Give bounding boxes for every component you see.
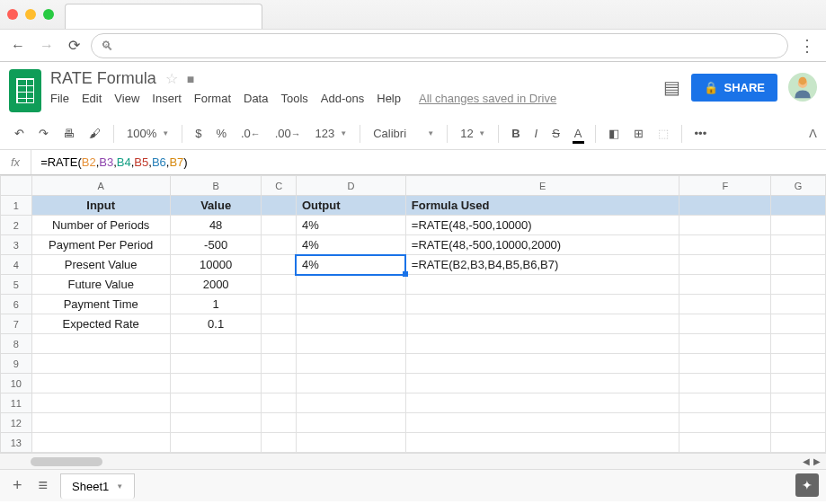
row-header-6[interactable]: 6 bbox=[1, 295, 32, 314]
scroll-right-icon[interactable]: ▶ bbox=[813, 456, 821, 466]
cell-B13[interactable] bbox=[170, 433, 262, 453]
cell-A5[interactable]: Future Value bbox=[31, 275, 170, 295]
merge-cells-button[interactable]: ⬚ bbox=[653, 123, 674, 144]
increase-decimal-button[interactable]: .00→ bbox=[270, 123, 306, 144]
cell-G5[interactable] bbox=[771, 275, 826, 295]
cell-C12[interactable] bbox=[262, 413, 297, 433]
cell-E11[interactable] bbox=[405, 393, 679, 413]
percent-button[interactable]: % bbox=[210, 123, 232, 144]
cell-B3[interactable]: -500 bbox=[170, 235, 262, 255]
row-header-1[interactable]: 1 bbox=[1, 196, 32, 216]
row-header-3[interactable]: 3 bbox=[1, 235, 32, 255]
cell-E1[interactable]: Formula Used bbox=[405, 196, 679, 216]
zoom-select[interactable]: 100%▼ bbox=[121, 123, 174, 144]
borders-button[interactable]: ⊞ bbox=[628, 123, 649, 144]
col-header-D[interactable]: D bbox=[296, 176, 405, 196]
spreadsheet-grid[interactable]: A B C D E F G 1 Input Value Output Formu… bbox=[0, 175, 826, 453]
cell-E3[interactable]: =RATE(48,-500,10000,2000) bbox=[405, 235, 679, 255]
cell-C3[interactable] bbox=[262, 235, 297, 255]
reload-button[interactable]: ⟳ bbox=[65, 33, 84, 57]
cell-A12[interactable] bbox=[31, 413, 170, 433]
cell-D8[interactable] bbox=[296, 334, 405, 354]
cell-F7[interactable] bbox=[679, 314, 771, 334]
cell-E2[interactable]: =RATE(48,-500,10000) bbox=[405, 216, 679, 235]
font-family-select[interactable]: Calibri▼ bbox=[368, 123, 440, 144]
menu-file[interactable]: File bbox=[50, 92, 69, 105]
browser-tab[interactable] bbox=[65, 4, 262, 29]
italic-button[interactable]: I bbox=[529, 123, 544, 144]
paint-format-button[interactable]: 🖌 bbox=[84, 123, 106, 144]
save-status[interactable]: All changes saved in Drive bbox=[419, 92, 556, 105]
cell-G7[interactable] bbox=[771, 314, 826, 334]
sheets-logo-icon[interactable] bbox=[9, 69, 41, 112]
bold-button[interactable]: B bbox=[506, 123, 525, 144]
cell-B11[interactable] bbox=[170, 393, 262, 413]
menu-tools[interactable]: Tools bbox=[280, 92, 307, 105]
cell-C10[interactable] bbox=[262, 374, 297, 393]
cell-C7[interactable] bbox=[262, 314, 297, 334]
cell-B12[interactable] bbox=[170, 413, 262, 433]
cell-C1[interactable] bbox=[262, 196, 297, 216]
share-button[interactable]: 🔒 SHARE bbox=[691, 74, 777, 102]
more-toolbar-button[interactable]: ••• bbox=[689, 123, 713, 144]
cell-G13[interactable] bbox=[771, 433, 826, 453]
cell-A11[interactable] bbox=[31, 393, 170, 413]
cell-F12[interactable] bbox=[679, 413, 771, 433]
cell-A13[interactable] bbox=[31, 433, 170, 453]
number-format-select[interactable]: 123▼ bbox=[310, 123, 353, 144]
cell-D10[interactable] bbox=[296, 374, 405, 393]
row-header-2[interactable]: 2 bbox=[1, 216, 32, 235]
col-header-G[interactable]: G bbox=[771, 176, 826, 196]
menu-edit[interactable]: Edit bbox=[82, 92, 102, 105]
cell-B9[interactable] bbox=[170, 354, 262, 374]
forward-button[interactable]: → bbox=[36, 34, 58, 57]
cell-D11[interactable] bbox=[296, 393, 405, 413]
cell-A2[interactable]: Number of Periods bbox=[31, 216, 170, 235]
cell-G1[interactable] bbox=[771, 196, 826, 216]
redo-button[interactable]: ↷ bbox=[33, 123, 54, 144]
cell-E10[interactable] bbox=[405, 374, 679, 393]
cell-G8[interactable] bbox=[771, 334, 826, 354]
cell-B1[interactable]: Value bbox=[170, 196, 262, 216]
cell-D5[interactable] bbox=[296, 275, 405, 295]
window-close-button[interactable] bbox=[7, 9, 18, 20]
cell-A7[interactable]: Expected Rate bbox=[31, 314, 170, 334]
cell-D4[interactable]: 4% bbox=[296, 255, 405, 275]
cell-D1[interactable]: Output bbox=[296, 196, 405, 216]
cell-G12[interactable] bbox=[771, 413, 826, 433]
cell-B5[interactable]: 2000 bbox=[170, 275, 262, 295]
cell-D13[interactable] bbox=[296, 433, 405, 453]
row-header-12[interactable]: 12 bbox=[1, 413, 32, 433]
row-header-4[interactable]: 4 bbox=[1, 255, 32, 275]
window-maximize-button[interactable] bbox=[43, 9, 54, 20]
star-icon[interactable]: ☆ bbox=[165, 70, 178, 87]
cell-E4[interactable]: =RATE(B2,B3,B4,B5,B6,B7) bbox=[405, 255, 679, 275]
window-minimize-button[interactable] bbox=[25, 9, 36, 20]
cell-A4[interactable]: Present Value bbox=[31, 255, 170, 275]
menu-help[interactable]: Help bbox=[377, 92, 401, 105]
cell-B6[interactable]: 1 bbox=[170, 295, 262, 314]
cell-A8[interactable] bbox=[31, 334, 170, 354]
move-folder-icon[interactable]: ■ bbox=[187, 72, 194, 86]
menu-insert[interactable]: Insert bbox=[152, 92, 182, 105]
all-sheets-button[interactable]: ≡ bbox=[35, 473, 52, 499]
cell-A9[interactable] bbox=[31, 354, 170, 374]
cell-G3[interactable] bbox=[771, 235, 826, 255]
cell-C6[interactable] bbox=[262, 295, 297, 314]
cell-F1[interactable] bbox=[679, 196, 771, 216]
cell-E8[interactable] bbox=[405, 334, 679, 354]
comments-icon[interactable]: ▤ bbox=[663, 76, 680, 98]
cell-E7[interactable] bbox=[405, 314, 679, 334]
cell-E9[interactable] bbox=[405, 354, 679, 374]
col-header-C[interactable]: C bbox=[262, 176, 297, 196]
cell-D2[interactable]: 4% bbox=[296, 216, 405, 235]
cell-G10[interactable] bbox=[771, 374, 826, 393]
undo-button[interactable]: ↶ bbox=[9, 123, 30, 144]
cell-C5[interactable] bbox=[262, 275, 297, 295]
row-header-5[interactable]: 5 bbox=[1, 275, 32, 295]
text-color-button[interactable]: A bbox=[569, 123, 588, 144]
explore-button[interactable]: ✦ bbox=[795, 473, 819, 497]
cell-C11[interactable] bbox=[262, 393, 297, 413]
fill-color-button[interactable]: ◧ bbox=[603, 123, 625, 144]
formula-input[interactable]: =RATE(B2,B3,B4,B5,B6,B7) bbox=[31, 155, 188, 169]
